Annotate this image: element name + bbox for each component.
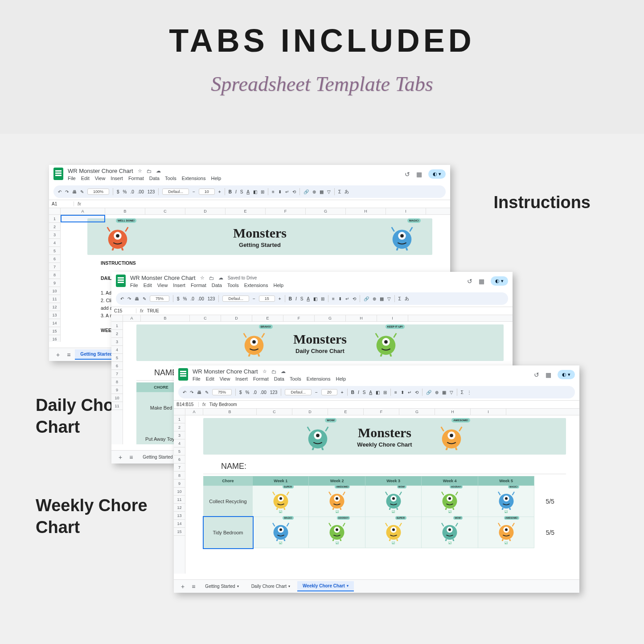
zoom-select[interactable]: 100% (87, 189, 109, 195)
name-field[interactable]: NAME: (203, 459, 566, 474)
score-cell: 5/5 (534, 517, 566, 548)
menu-extensions[interactable]: Extensions (182, 176, 206, 181)
history-icon[interactable]: ↺ (405, 171, 410, 178)
menubar: File Edit View Insert Format Data Tools … (130, 283, 467, 288)
banner-title: Monsters (233, 226, 287, 241)
all-sheets-button[interactable]: ≡ (189, 583, 198, 590)
share-button[interactable]: ◐ ▾ (428, 169, 446, 179)
titlebar: WR Monster Chore Chart ☆ 🗀 ☁ File Edit V… (49, 165, 450, 184)
all-sheets-button[interactable]: ≡ (127, 454, 135, 461)
cell-reference[interactable]: C15 (114, 308, 136, 313)
titlebar: WR Monster Chore Chart ☆ 🗀 ☁ Saved to Dr… (111, 272, 513, 291)
tab-getting-started[interactable]: Getting Started▾ (200, 582, 244, 591)
monster-orange-icon: WELL DONE! (105, 223, 130, 250)
formula-input[interactable]: TRUE (147, 308, 159, 313)
add-sheet-button[interactable]: + (53, 351, 62, 358)
page-subtitle: Spreadsheet Template Tabs (0, 72, 644, 96)
cell-reference[interactable]: B14:B15 (176, 402, 199, 407)
comments-icon[interactable]: ▦ (546, 371, 551, 378)
formula-bar: A1 fx (49, 200, 450, 208)
share-button[interactable]: ◐ ▾ (491, 276, 508, 286)
daily-banner: BRAVO! Monsters Daily Chore Chart KEEP I… (136, 324, 504, 361)
sheets-logo-icon (53, 168, 63, 180)
font-select[interactable]: Defaul... (162, 189, 189, 195)
undo-icon[interactable]: ↶ (58, 189, 62, 194)
tab-daily-chore[interactable]: Daily Chore Chart▾ (246, 582, 295, 591)
cell-reference[interactable]: A1 (52, 201, 74, 206)
menubar: File Edit View Insert Format Data Tools … (68, 176, 405, 181)
saved-status: Saved to Drive (228, 275, 257, 280)
monster-orange-icon: BRAVO! (242, 329, 267, 357)
table-header-row: Chore Week 1 Week 2 Week 3 Week 4 Week 5 (204, 476, 566, 486)
doc-title[interactable]: WR Monster Chore Chart (193, 368, 258, 375)
doc-title[interactable]: WR Monster Chore Chart (130, 275, 196, 281)
paint-icon[interactable]: ✎ (80, 189, 84, 194)
sheets-logo-icon (116, 275, 126, 287)
font-size[interactable]: 10 (199, 189, 215, 195)
cloud-icon[interactable]: ☁ (281, 369, 286, 374)
star-icon[interactable]: ☆ (200, 275, 205, 281)
tab-weekly-chore[interactable]: Weekly Chore Chart▾ (297, 581, 354, 591)
doc-title[interactable]: WR Monster Chore Chart (68, 168, 133, 174)
cloud-saved-icon[interactable]: ☁ (218, 275, 223, 281)
menu-tools[interactable]: Tools (165, 176, 176, 181)
link-icon[interactable]: 🔗 (304, 189, 309, 194)
selected-cell[interactable] (61, 215, 105, 222)
promo-header: TABS INCLUDED Spreadsheet Template Tabs (0, 0, 644, 134)
score-cell: 5/5 (534, 486, 566, 517)
redo-icon[interactable]: ↷ (65, 189, 69, 194)
star-icon[interactable]: ☆ (263, 369, 267, 374)
checkbox-icon: ☑ (254, 510, 307, 514)
menu-help[interactable]: Help (211, 176, 221, 181)
borders-icon[interactable]: ⊞ (261, 189, 264, 194)
monster-green-icon: KEEP IT UP! (373, 329, 398, 357)
chore-name-cell-selected[interactable]: Tidy Bedroom (204, 517, 253, 548)
chore-name-cell[interactable]: Collect Recycling (204, 486, 253, 517)
weekly-chore-table: Chore Week 1 Week 2 Week 3 Week 4 Week 5… (203, 476, 566, 548)
monster-orange-icon: AWESOME! (439, 422, 464, 450)
move-icon[interactable]: 🗀 (209, 275, 214, 281)
toolbar: ↶ ↷ 🖶 ✎ 100% $%.0.00123 Defaul... − 10 +… (53, 185, 446, 198)
banner-subtitle: Getting Started (233, 242, 287, 248)
titlebar: WR Monster Chore Chart ☆ 🗀 ☁ File Edit V… (174, 365, 579, 384)
weekly-banner: WOW! Monsters Weekly Chore Chart AWESOME… (203, 418, 566, 455)
history-icon[interactable]: ↺ (467, 278, 472, 285)
fill-icon[interactable]: ◧ (253, 189, 257, 194)
monster-teal-icon: WOW! (305, 422, 330, 450)
menu-format[interactable]: Format (128, 176, 144, 181)
star-icon[interactable]: ☆ (138, 168, 142, 174)
history-icon[interactable]: ↺ (534, 371, 539, 378)
table-row: Collect Recycling SUPER!☑ AWESOME!☑ WOW!… (204, 486, 566, 517)
add-sheet-button[interactable]: + (178, 583, 187, 590)
window-weekly-chore: WR Monster Chore Chart ☆ 🗀 ☁ File Edit V… (174, 365, 579, 593)
label-weekly-chore: Weekly Chore Chart (36, 495, 160, 539)
comments-icon[interactable]: ▦ (416, 171, 422, 178)
sheets-logo-icon (178, 368, 188, 381)
menu-insert[interactable]: Insert (111, 176, 123, 181)
all-sheets-button[interactable]: ≡ (64, 351, 73, 358)
share-button[interactable]: ◐ ▾ (558, 370, 575, 379)
page-title: TABS INCLUDED (0, 22, 644, 59)
menu-data[interactable]: Data (149, 176, 160, 181)
menu-view[interactable]: View (95, 176, 106, 181)
table-row: Tidy Bedroom MAGIC!☑ HOORAY!☑ SUPER!☑ WO… (204, 517, 566, 548)
formula-input[interactable]: Tidy Bedroom (209, 402, 237, 407)
menu-file[interactable]: File (68, 176, 76, 181)
label-instructions: Instructions (494, 192, 591, 213)
instructions-banner: WELL DONE! Monsters Getting Started MAGI… (87, 218, 432, 255)
menu-edit[interactable]: Edit (81, 176, 90, 181)
print-icon[interactable]: 🖶 (72, 189, 77, 194)
fx-icon: fx (78, 201, 81, 206)
add-sheet-button[interactable]: + (116, 454, 125, 461)
cloud-icon[interactable]: ☁ (156, 168, 161, 174)
move-icon[interactable]: 🗀 (271, 369, 276, 374)
toolbar: ↶↷ 🖶✎ 75% $%.0.00123 Defaul... −15+ BISA… (116, 292, 508, 305)
move-icon[interactable]: 🗀 (147, 168, 152, 174)
monster-blue-icon: MAGIC! (390, 223, 414, 250)
comments-icon[interactable]: ▦ (479, 278, 484, 285)
